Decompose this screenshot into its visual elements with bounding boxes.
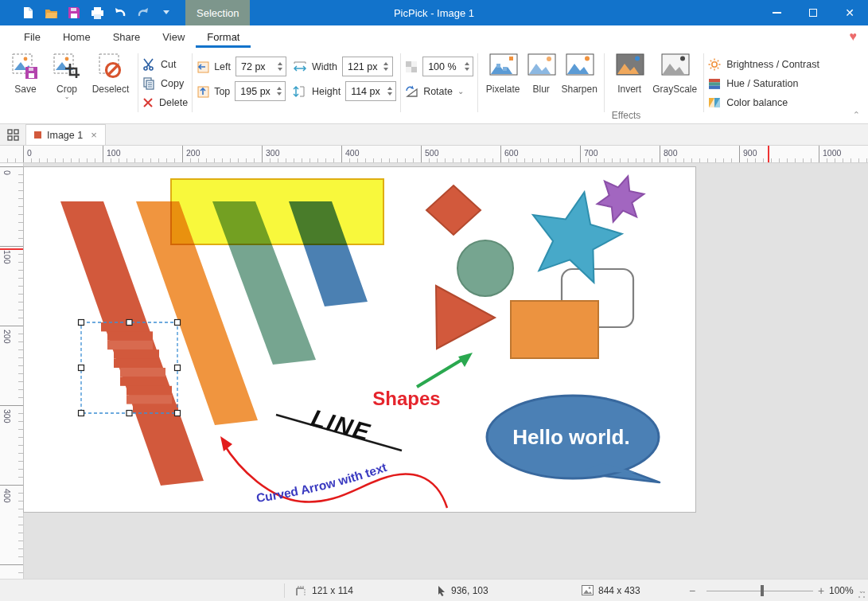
scale-input[interactable]: 100 %: [422, 57, 473, 76]
color-balance-icon: [708, 96, 721, 109]
image-canvas[interactable]: Shapes LINE Curved Arrow with text Hello…: [24, 167, 695, 512]
selection-handle[interactable]: [175, 365, 181, 371]
tab-file[interactable]: File: [13, 25, 52, 48]
selection-handle[interactable]: [127, 411, 132, 416]
resize-grip[interactable]: [858, 591, 866, 599]
new-file-icon[interactable]: [21, 6, 35, 20]
scale-spinner[interactable]: [461, 57, 473, 76]
left-input[interactable]: 72 px: [235, 57, 286, 76]
zoom-in-button[interactable]: +: [818, 580, 824, 601]
heart-icon[interactable]: ♥: [850, 29, 858, 44]
maximize-button[interactable]: [795, 0, 831, 25]
pixelate-label: Pixelate: [486, 84, 520, 95]
tab-close-icon[interactable]: ×: [91, 129, 97, 141]
crop-button[interactable]: Crop ⌄: [46, 52, 88, 99]
width-input[interactable]: 121 px: [342, 57, 393, 76]
green-arrow: [417, 353, 473, 387]
delete-button[interactable]: Delete: [142, 96, 188, 109]
zoom-out-button[interactable]: −: [689, 580, 695, 601]
undo-icon[interactable]: [113, 6, 127, 20]
hue-saturation-button[interactable]: Hue / Saturation: [708, 76, 819, 90]
zoom-slider-thumb[interactable]: [761, 585, 764, 596]
pixelate-button[interactable]: Pixelate: [482, 52, 524, 95]
height-value: 114 px: [351, 86, 380, 97]
image-size-value: 844 x 433: [598, 585, 640, 596]
redo-icon[interactable]: [136, 6, 150, 20]
selection-widget-label: Selection: [197, 7, 239, 19]
width-icon: [293, 60, 307, 73]
top-label: Top: [214, 86, 230, 97]
selection-size-icon: [296, 585, 307, 596]
open-folder-icon[interactable]: [44, 6, 58, 20]
save-button[interactable]: Save: [5, 52, 46, 95]
height-input[interactable]: 114 px: [345, 81, 396, 101]
save-label: Save: [14, 84, 36, 95]
brightness-icon: [708, 58, 721, 71]
invert-button[interactable]: Invert: [609, 52, 650, 95]
grayscale-button[interactable]: GrayScale: [650, 52, 699, 95]
tab-home[interactable]: Home: [52, 25, 102, 48]
copy-button[interactable]: Copy: [142, 76, 188, 90]
top-input[interactable]: 195 px: [235, 81, 286, 101]
copy-label: Copy: [161, 78, 184, 89]
zoom-level-value: 100%: [829, 585, 854, 596]
ruler-label: 1000: [823, 148, 841, 158]
grayscale-icon: [660, 53, 689, 81]
rotate-icon: [405, 85, 418, 98]
selection-handle[interactable]: [175, 411, 181, 416]
selection-handle[interactable]: [79, 365, 84, 371]
left-position-icon: [197, 60, 209, 73]
sharpen-button[interactable]: Sharpen: [559, 52, 600, 95]
zoom-slider-track[interactable]: [706, 591, 813, 592]
document-tab-strip: Image 1 ×: [0, 124, 868, 146]
tab-share[interactable]: Share: [102, 25, 152, 48]
left-value: 72 px: [241, 61, 266, 72]
left-spinner[interactable]: [274, 57, 286, 76]
qat-dropdown-icon[interactable]: [159, 6, 173, 20]
pixelated-region: [101, 322, 178, 413]
ribbon-divider: [477, 53, 478, 112]
cursor-position-status: 936, 103: [437, 580, 488, 601]
minimize-icon: [773, 12, 781, 14]
tab-format[interactable]: Format: [196, 25, 251, 48]
grayscale-label: GrayScale: [652, 84, 697, 95]
selection-handle[interactable]: [127, 320, 132, 326]
width-spinner[interactable]: [380, 57, 392, 76]
pixelate-icon: [488, 53, 517, 81]
tab-view[interactable]: View: [151, 25, 196, 48]
close-button[interactable]: ✕: [831, 0, 868, 25]
top-spinner[interactable]: [273, 82, 285, 100]
tab-grid-icon[interactable]: [0, 124, 25, 145]
collapse-ribbon-icon[interactable]: ⌃: [853, 110, 860, 120]
deselect-label: Deselect: [92, 84, 130, 95]
document-tab-label: Image 1: [47, 130, 83, 141]
selection-handle[interactable]: [79, 320, 84, 326]
blur-button[interactable]: Blur: [524, 52, 559, 95]
crop-dropdown-icon[interactable]: ⌄: [46, 95, 88, 99]
ribbon-divider: [400, 53, 401, 112]
brightness-contrast-button[interactable]: Brightness / Contrast: [708, 57, 819, 71]
selection-size-value: 121 x 114: [312, 585, 353, 596]
color-balance-button[interactable]: Color balance: [708, 96, 819, 109]
selection-handle[interactable]: [79, 411, 84, 416]
minimize-button[interactable]: [758, 0, 795, 25]
curved-arrow-label: Curved Arrow with text: [255, 460, 388, 505]
title-bar: Selection PicPick - Image 1 ✕: [0, 0, 868, 25]
cursor-position-value: 936, 103: [451, 585, 488, 596]
cut-icon: [142, 58, 155, 71]
rotate-dropdown-icon[interactable]: ⌄: [457, 89, 464, 93]
selection-widget-tab[interactable]: Selection: [185, 0, 250, 25]
deselect-button[interactable]: Deselect: [88, 52, 134, 95]
save-icon[interactable]: [67, 6, 81, 20]
horizontal-ruler: 01002003004005006007008009001000: [0, 146, 868, 163]
rotate-button[interactable]: Rotate ⌄: [405, 81, 473, 101]
document-tab-image1[interactable]: Image 1 ×: [25, 124, 106, 145]
height-spinner[interactable]: [383, 82, 395, 100]
status-separator: [284, 583, 285, 598]
ribbon-divider: [703, 53, 704, 112]
ruler-label: 900: [743, 148, 757, 158]
copy-icon: [142, 77, 155, 90]
selection-handle[interactable]: [175, 320, 181, 326]
cut-button[interactable]: Cut: [142, 57, 188, 71]
print-icon[interactable]: [90, 6, 104, 20]
